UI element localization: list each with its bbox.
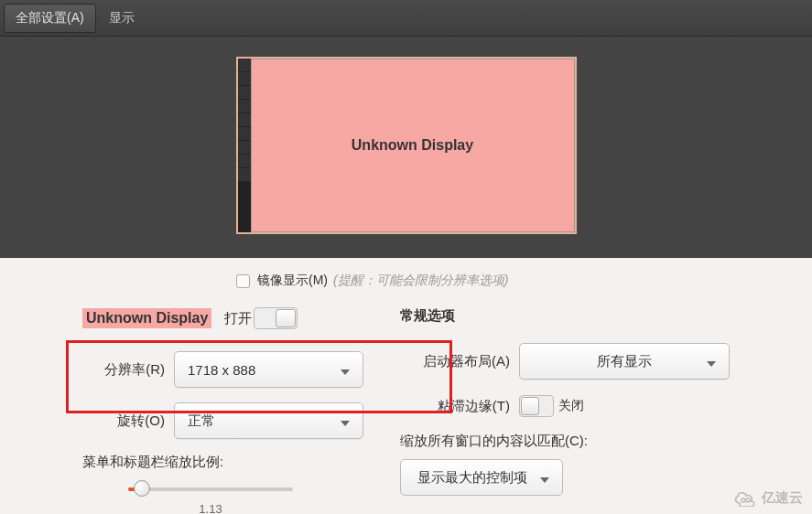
settings-panel: 镜像显示(M) (提醒：可能会限制分辨率选项) Unknown Display … — [0, 258, 812, 514]
menu-scale-label: 菜单和标题栏缩放比例: — [82, 454, 363, 471]
menu-scale-value: 1.13 — [128, 502, 293, 514]
mirror-label: 镜像显示(M) — [257, 273, 328, 289]
watermark-text: 亿速云 — [762, 489, 803, 507]
selected-display-name: Unknown Display — [82, 308, 211, 328]
scale-windows-label: 缩放所有窗口的内容以匹配(C): — [400, 433, 730, 450]
resolution-value: 1718 x 888 — [188, 362, 255, 378]
launcher-label: 启动器布局(A) — [400, 353, 519, 370]
sticky-edges-value: 关闭 — [554, 394, 589, 418]
general-options-title: 常规选项 — [400, 307, 730, 325]
chevron-down-icon — [540, 470, 549, 486]
resolution-row: 分辨率(R) 1718 x 888 — [82, 351, 363, 388]
menu-scale-slider[interactable] — [128, 480, 293, 498]
launcher-row: 启动器布局(A) 所有显示 — [400, 343, 730, 380]
display-enable-toggle[interactable] — [254, 307, 298, 329]
sticky-edges-row: 粘滞边缘(T) 关闭 — [400, 394, 730, 418]
sticky-edges-toggle[interactable] — [519, 395, 554, 417]
top-toolbar: 全部设置(A) 显示 — [0, 0, 812, 37]
left-column: Unknown Display 打开 分辨率(R) 1718 x 888 旋转(… — [82, 307, 363, 514]
chevron-down-icon — [341, 362, 350, 378]
chevron-down-icon — [707, 354, 716, 369]
launcher-placement-select[interactable]: 所有显示 — [519, 343, 730, 380]
mirror-row: 镜像显示(M) (提醒：可能会限制分辨率选项) — [82, 273, 730, 289]
display-preview[interactable]: Unknown Display — [236, 57, 577, 234]
all-settings-button[interactable]: 全部设置(A) — [4, 4, 96, 33]
rotation-select[interactable]: 正常 — [174, 402, 363, 439]
rotation-label: 旋转(O) — [82, 412, 174, 430]
toolbar-title: 显示 — [98, 5, 146, 32]
svg-point-0 — [742, 498, 745, 502]
display-enable-label: 打开 — [224, 310, 252, 327]
right-column: 常规选项 启动器布局(A) 所有显示 粘滞边缘(T) 关闭 缩放所有窗口的内容以… — [400, 307, 730, 514]
display-preview-area: Unknown Display — [0, 37, 812, 258]
resolution-label: 分辨率(R) — [82, 361, 174, 379]
rotation-row: 旋转(O) 正常 — [82, 402, 363, 439]
rotation-value: 正常 — [188, 412, 215, 430]
mirror-note: (提醒：可能会限制分辨率选项) — [333, 273, 508, 289]
sticky-edges-label: 粘滞边缘(T) — [400, 398, 519, 415]
chevron-down-icon — [341, 413, 350, 429]
slider-thumb[interactable] — [134, 480, 150, 497]
cloud-icon — [732, 488, 758, 507]
resolution-select[interactable]: 1718 x 888 — [174, 351, 363, 388]
launcher-value: 所有显示 — [533, 353, 716, 370]
display-preview-label: Unknown Display — [251, 59, 575, 232]
launcher-preview — [238, 59, 251, 232]
mirror-displays-checkbox[interactable] — [236, 274, 250, 288]
watermark: 亿速云 — [732, 488, 803, 507]
scale-windows-select[interactable]: 显示最大的控制项 — [400, 459, 563, 496]
svg-point-1 — [746, 498, 750, 502]
scale-windows-value: 显示最大的控制项 — [417, 469, 527, 487]
